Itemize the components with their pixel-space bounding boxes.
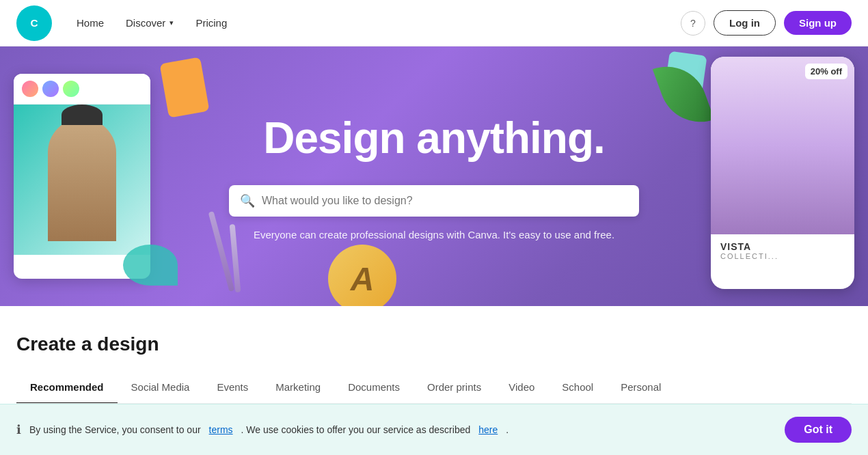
cookie-text: ℹ By using the Service, you consent to o… — [16, 422, 508, 437]
tab-social-media[interactable]: Social Media — [118, 372, 204, 404]
hero-title: Design anything. — [229, 113, 639, 163]
hero-left-card-image — [14, 105, 150, 255]
person-illustration — [48, 118, 116, 241]
cookie-banner: ℹ By using the Service, you consent to o… — [0, 404, 868, 455]
hero-left-card — [14, 74, 150, 279]
hero-right-card: 20% off VISTA COLLECTI... — [711, 57, 854, 289]
hero-right-card-footer: VISTA COLLECTI... — [711, 234, 854, 267]
got-it-button[interactable]: Got it — [785, 417, 852, 443]
help-button[interactable]: ? — [681, 11, 705, 36]
search-input[interactable] — [262, 195, 628, 207]
avatar-1 — [22, 81, 38, 97]
canva-logo[interactable]: C — [16, 5, 52, 41]
tab-events[interactable]: Events — [203, 372, 262, 404]
navbar: C Home Discover ▾ Pricing ? Log in Sign … — [0, 0, 868, 46]
tab-video[interactable]: Video — [495, 372, 548, 404]
hero-subtitle: Everyone can create professional designs… — [229, 229, 639, 240]
deco-teal-blob — [123, 245, 178, 286]
vista-subtitle: COLLECTI... — [720, 252, 845, 260]
signup-button[interactable]: Sign up — [784, 11, 852, 35]
discount-badge: 20% off — [805, 64, 847, 79]
tab-documents[interactable]: Documents — [334, 372, 413, 404]
home-link[interactable]: Home — [68, 12, 112, 34]
cookie-info-icon: ℹ — [16, 422, 21, 437]
tab-order-prints[interactable]: Order prints — [413, 372, 495, 404]
tab-recommended[interactable]: Recommended — [16, 372, 118, 404]
cookie-text-middle: . We use cookies to offer you our servic… — [241, 424, 471, 435]
hero-right-card-image: 20% off — [711, 57, 854, 234]
cookie-text-after: . — [506, 424, 508, 435]
design-tabs: Recommended Social Media Events Marketin… — [16, 372, 852, 404]
login-button[interactable]: Log in — [714, 10, 776, 36]
pricing-link[interactable]: Pricing — [187, 12, 235, 34]
hat-illustration — [62, 105, 103, 125]
tab-marketing[interactable]: Marketing — [262, 372, 334, 404]
cookie-here-link[interactable]: here — [478, 424, 498, 435]
vista-title: VISTA — [720, 241, 845, 252]
avatar-3 — [63, 81, 79, 97]
hero-content: Design anything. 🔍 Everyone can create p… — [215, 113, 653, 240]
discover-link[interactable]: Discover ▾ — [118, 12, 182, 34]
create-section-title: Create a design — [16, 333, 852, 355]
nav-links: Home Discover ▾ Pricing — [68, 12, 681, 34]
tab-personal[interactable]: Personal — [607, 372, 675, 404]
deco-circle-letter: A — [328, 245, 396, 306]
nav-actions: ? Log in Sign up — [681, 10, 852, 36]
avatar-2 — [42, 81, 59, 97]
cookie-text-before: By using the Service, you consent to our — [29, 424, 201, 435]
svg-text:C: C — [30, 17, 38, 29]
discover-chevron-icon: ▾ — [169, 18, 174, 27]
deco-orange-card — [160, 57, 210, 118]
search-icon: 🔍 — [240, 193, 255, 208]
tab-school[interactable]: School — [548, 372, 607, 404]
deco-letter-a: A — [351, 260, 375, 298]
cookie-terms-link[interactable]: terms — [209, 424, 233, 435]
hero-section: A 20% off VISTA COLLECTI... Design anyth… — [0, 46, 868, 306]
hero-search-bar[interactable]: 🔍 — [229, 185, 639, 217]
